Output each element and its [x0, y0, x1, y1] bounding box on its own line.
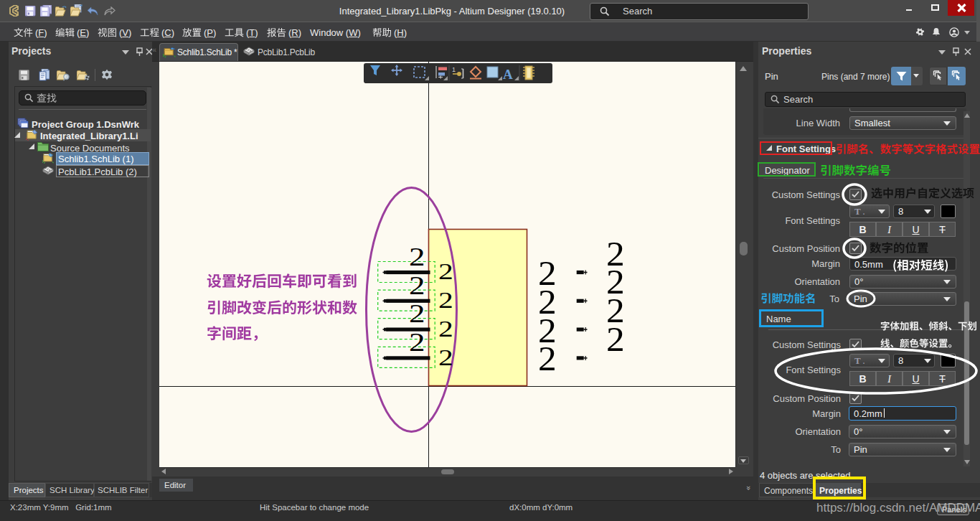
- svg-text:A: A: [503, 67, 513, 82]
- svg-text:1: 1: [452, 66, 456, 73]
